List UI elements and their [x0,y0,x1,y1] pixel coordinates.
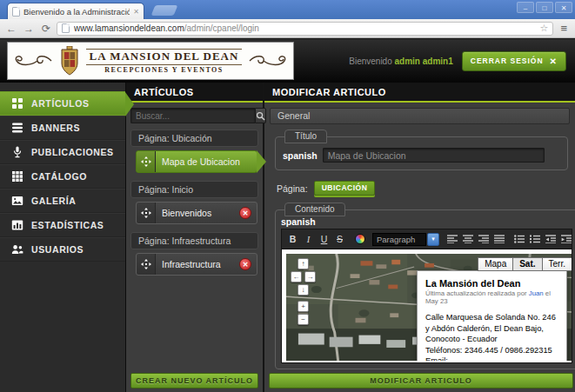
sidebar-item-articulos[interactable]: ARTÍCULOS [0,91,125,116]
window-minimize-button[interactable]: – [517,2,534,13]
indent-button[interactable] [558,232,572,247]
flourish-right-icon [248,52,291,70]
pan-up-button[interactable]: ↑ [298,258,309,269]
browser-titlebar: Bienvenido a la Administració ✕ – □ ✕ [0,0,575,19]
align-justify-button[interactable] [491,232,506,247]
browser-navbar: ← → ⟳ www.lamansiondeldean.com/admin/cpa… [0,19,575,38]
drag-handle[interactable] [137,254,156,275]
url-text: www.lamansiondeldean.com/admin/cpanel/lo… [74,23,536,33]
search-button[interactable] [255,108,266,123]
browser-tab[interactable]: Bienvenido a la Administració ✕ [7,3,144,19]
palette-icon [355,234,365,244]
align-center-icon [463,235,473,243]
bold-button[interactable]: B [285,232,300,247]
pan-down-button[interactable]: ↓ [298,284,309,296]
site-logo: LA MANSION DEL DEAN RECEPCIONES Y EVENTO… [7,42,294,80]
delete-article-button[interactable]: ✕ [239,207,251,219]
editor-content-area[interactable]: ↑ ← → ↓ + − Mapa [282,249,572,362]
favicon [12,7,20,17]
new-tab-button[interactable] [151,5,178,16]
pagina-label: Página: [277,183,308,194]
group-header-ubicacion: Página: Ubicación [130,130,258,147]
sidebar-item-publicaciones[interactable]: PUBLICACIONES [0,140,125,164]
window-close-button[interactable]: ✕ [555,2,572,13]
article-item-infraestructura[interactable]: Infraestructura ✕ [136,253,257,276]
pagina-badge[interactable]: UBICACIÓN [314,181,376,196]
article-item-mapa-de-ubicacion[interactable]: Mapa de Ubicacion [136,150,257,173]
align-justify-icon [494,235,505,243]
sidebar-item-galeria[interactable]: GALERÍA [0,189,125,213]
search-input[interactable] [130,108,255,123]
strikethrough-button[interactable]: S [332,232,347,247]
drag-handle[interactable] [137,203,156,223]
sidebar: ARTÍCULOS BANNERS PUBLICACIONES [0,83,126,392]
align-left-button[interactable] [445,232,459,247]
contenido-tab: Contenido [284,203,345,216]
reload-icon[interactable]: ⟳ [39,23,53,35]
align-right-button[interactable] [476,232,491,247]
banners-icon [11,122,23,134]
address-bar[interactable]: www.lamansiondeldean.com/admin/cpanel/lo… [57,22,553,36]
articles-panel-title: ARTÍCULOS [126,83,263,103]
catalog-grid-icon [11,170,23,183]
align-right-icon [478,235,489,243]
editor-panel: MODIFICAR ARTICULO General Título spanis… [264,83,575,392]
zoom-in-button[interactable]: + [298,301,309,312]
drag-handle[interactable] [137,151,156,172]
map-type-mapa[interactable]: Mapa [478,257,513,271]
logo-title: LA MANSION DEL DEAN [86,49,243,65]
outdent-button[interactable] [543,232,558,247]
sidebar-item-estadisticas[interactable]: ESTADÍSTICAS [0,213,125,237]
forward-icon[interactable]: → [22,23,36,35]
move-icon [141,259,151,269]
sidebar-item-catalogo[interactable]: CATÁLOGO [0,164,125,189]
logout-button[interactable]: CERRAR SESIÓN ✕ [462,51,566,71]
modify-article-button[interactable]: MODIFICAR ARTICULO [269,373,573,389]
back-icon[interactable]: ← [4,23,18,35]
info-user-link[interactable]: Juan [529,289,544,297]
sidebar-item-banners[interactable]: BANNERS [0,116,125,140]
titulo-lang-label: spanish [283,150,318,161]
italic-button[interactable]: I [301,232,316,247]
users-icon [11,243,23,256]
username: admin admin1 [395,56,453,66]
articles-icon [11,97,23,110]
map-type-terr[interactable]: Terr. [542,257,572,271]
contenido-fieldset: Contenido spanish B I U S Paragraph ▾ [275,209,575,369]
sidebar-item-usuarios[interactable]: USUARIOS [0,237,125,262]
welcome-text: Bienvenido admin admin1 [349,56,453,66]
align-center-button[interactable] [460,232,475,247]
logout-x-icon: ✕ [550,56,558,66]
welcome-area: Bienvenido admin admin1 CERRAR SESIÓN ✕ [349,39,566,83]
gallery-image-icon [11,195,23,207]
text-color-button[interactable] [352,232,367,247]
bookmark-star-icon[interactable]: ☆ [540,23,549,34]
info-title: La Mansión del Dean [425,278,558,289]
outdent-icon [545,235,556,243]
bullet-list-icon [514,235,525,243]
indent-icon [561,235,572,243]
titulo-input[interactable] [323,148,545,163]
general-section-bar[interactable]: General [270,108,570,124]
flourish-left-icon [10,52,53,70]
pan-left-button[interactable]: ← [291,271,302,282]
paragraph-caret-icon[interactable]: ▾ [427,233,439,246]
numbered-list-button[interactable] [527,232,542,247]
map-type-sat[interactable]: Sat. [512,257,542,271]
paragraph-format-select[interactable]: Paragraph [372,233,426,246]
browser-menu-icon[interactable]: ≡ [557,22,571,35]
group-header-infraestructura: Página: Infraestructura [130,232,258,249]
zoom-out-button[interactable]: − [298,314,309,325]
underline-button[interactable]: U [317,232,331,247]
tab-close-icon[interactable]: ✕ [133,8,139,16]
contenido-lang-label: spanish [281,216,572,227]
bullet-list-button[interactable] [511,232,526,247]
google-map[interactable]: ↑ ← → ↓ + − Mapa [286,254,572,361]
create-article-button[interactable]: CREAR NUEVO ARTÍCULO [130,373,258,389]
article-item-bienvenidos[interactable]: Bienvenidos ✕ [136,202,257,224]
stats-chart-icon [11,219,23,231]
admin-page: LA MANSION DEL DEAN RECEPCIONES Y EVENTO… [0,39,575,392]
pan-right-button[interactable]: → [304,271,316,282]
delete-article-button[interactable]: ✕ [239,258,251,270]
window-maximize-button[interactable]: □ [536,2,553,13]
